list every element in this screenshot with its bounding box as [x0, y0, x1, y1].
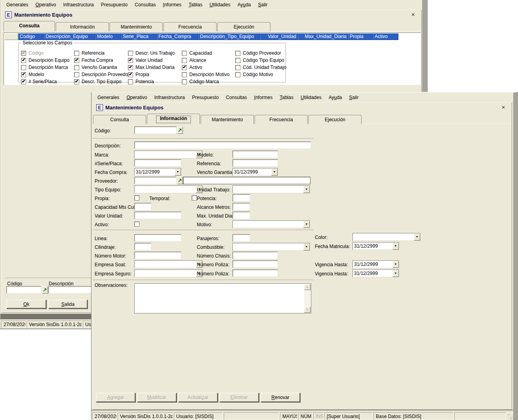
checkbox-icon[interactable]	[128, 65, 133, 70]
color-combobox[interactable]: ▼	[352, 233, 421, 241]
checkbox-icon[interactable]	[128, 79, 133, 84]
checkbox-icon[interactable]	[74, 72, 79, 77]
tab[interactable]: Mantenimiento	[201, 115, 254, 124]
tipo-equipo-combobox[interactable]: ▼	[134, 185, 203, 193]
empresa-seguro-combobox[interactable]: ▼	[134, 269, 203, 277]
grid-column-header[interactable]: Valor_Unidad	[260, 33, 298, 40]
dropdown-arrow-icon[interactable]: ▼	[414, 233, 420, 241]
checkbox-icon[interactable]	[21, 72, 26, 77]
grid-column-header[interactable]: Descripción_Tipo_Equipo	[198, 33, 260, 40]
checkbox-icon[interactable]	[235, 58, 240, 63]
menu-item[interactable]: Presupuesto	[97, 1, 131, 9]
tab[interactable]: Ejecución	[309, 115, 362, 124]
menu-item[interactable]: Ayuda	[325, 94, 346, 101]
checkbox-icon[interactable]	[235, 65, 240, 70]
checkbox-icon[interactable]	[182, 79, 187, 84]
codigo-footer-input[interactable]	[6, 286, 41, 294]
numero-chasis-input[interactable]	[232, 252, 278, 259]
checkbox-icon[interactable]	[21, 79, 26, 84]
menu-item[interactable]: Utilidades	[206, 1, 234, 9]
ok-button[interactable]: Ok	[6, 300, 46, 309]
close-icon[interactable]: ✕	[501, 105, 505, 110]
grid-column-header[interactable]: Serie_Placa	[121, 33, 157, 40]
observaciones-textarea[interactable]: ▲ ▼	[134, 283, 311, 313]
vertical-scrollbar[interactable]: ▲ ▼	[304, 284, 310, 313]
checkbox-icon[interactable]	[21, 51, 26, 56]
field-checkbox-row[interactable]: Código Tipo Equipo	[235, 57, 286, 64]
propia-checkbox[interactable]	[134, 195, 139, 200]
pasajeros-input[interactable]	[232, 234, 250, 242]
menu-item[interactable]: Informes	[160, 1, 185, 9]
menu-item[interactable]: Presupuesto	[189, 94, 222, 101]
grid-column-header[interactable]: Activo	[373, 33, 398, 40]
capacidad-input[interactable]	[134, 203, 151, 210]
field-checkbox-row[interactable]: Descripción Proveedor	[74, 71, 130, 78]
dropdown-arrow-icon[interactable]: ▼	[175, 168, 181, 176]
checkbox-icon[interactable]	[21, 65, 26, 70]
action-button[interactable]: Agregar	[96, 393, 135, 402]
field-checkbox-row[interactable]: Valor Unidad	[128, 57, 175, 64]
dropdown-arrow-icon[interactable]: ▼	[303, 186, 310, 193]
menu-item[interactable]: Consultas	[222, 94, 250, 101]
field-checkbox-row[interactable]: Referencia	[74, 50, 130, 57]
tab[interactable]: Ejecución	[217, 22, 270, 31]
field-checkbox-row[interactable]: Capacidad	[182, 50, 229, 57]
resize-grip-icon[interactable]	[508, 414, 513, 419]
fecha-compra-datepicker[interactable]: 31/12/2999▼	[134, 168, 181, 176]
menu-item[interactable]: Operativo	[123, 94, 150, 101]
salida-button[interactable]: Salida	[48, 300, 88, 309]
field-checkbox-row[interactable]: Fecha Compra	[74, 57, 130, 64]
menu-item[interactable]: Generales	[94, 94, 123, 101]
max-unidad-input[interactable]	[232, 212, 250, 219]
grid-column-header[interactable]: Codigo	[18, 33, 44, 40]
venc-garantia-datepicker[interactable]: 31/12/2999▼	[232, 168, 278, 176]
valor-unidad-input[interactable]	[134, 212, 181, 219]
potencia-input[interactable]	[232, 194, 250, 202]
field-checkbox-row[interactable]: Código	[21, 50, 69, 57]
dropdown-arrow-icon[interactable]: ▼	[303, 243, 310, 250]
proveedor-input[interactable]	[134, 177, 177, 184]
checkbox-icon[interactable]	[128, 51, 133, 56]
dropdown-arrow-icon[interactable]: ▼	[392, 261, 399, 268]
dropdown-arrow-icon[interactable]: ▼	[271, 168, 278, 176]
dropdown-arrow-icon[interactable]: ▼	[303, 221, 310, 228]
checkbox-icon[interactable]	[182, 51, 187, 56]
field-checkbox-row[interactable]: Cód. Unidad Trabajo	[235, 64, 286, 71]
grid-column-header[interactable]: Descripción_Equipo	[44, 33, 95, 40]
checkbox-icon[interactable]	[235, 72, 240, 77]
dropdown-arrow-icon[interactable]: ▼	[392, 270, 399, 277]
checkbox-icon[interactable]	[235, 51, 240, 56]
field-checkbox-row[interactable]: Descripción Equipo	[21, 57, 69, 64]
activo-checkbox[interactable]	[134, 221, 139, 227]
field-checkbox-row[interactable]: Propia	[128, 71, 175, 78]
tab[interactable]: Frecuencia	[164, 22, 217, 31]
numero-poliza-soat-input[interactable]	[232, 260, 278, 268]
grid-column-header[interactable]: Propia	[348, 33, 373, 40]
grid-column-header[interactable]: Fecha_Compra	[157, 33, 198, 40]
menu-item[interactable]: Generales	[3, 1, 32, 9]
checkbox-icon[interactable]	[128, 72, 133, 77]
menu-item[interactable]: Tablas	[185, 1, 206, 9]
field-checkbox-row[interactable]: # Serie/Placa	[21, 78, 69, 85]
field-checkbox-row[interactable]: Alcance	[182, 57, 229, 64]
grid-column-header[interactable]: Max_Unidad_Diaria	[298, 33, 348, 40]
unidad-trabajo-combobox[interactable]: ▼	[232, 185, 310, 193]
vigencia-soat-datepicker[interactable]: 31/12/2999▼	[352, 260, 399, 268]
combustible-combobox[interactable]: ▼	[232, 243, 310, 251]
menu-item[interactable]: Informes	[251, 94, 276, 101]
field-checkbox-row[interactable]: Venc/to Garantia	[74, 64, 130, 71]
modelo-input[interactable]	[232, 151, 278, 158]
tab[interactable]: Frecuencia	[255, 115, 308, 124]
close-icon[interactable]: ✕	[411, 12, 415, 17]
codigo-lookup-button[interactable]	[177, 126, 183, 134]
alcance-input[interactable]	[232, 203, 250, 210]
checkbox-icon[interactable]	[182, 65, 187, 70]
codigo-input[interactable]	[134, 126, 177, 134]
scroll-up-icon[interactable]: ▲	[304, 284, 310, 290]
field-checkbox-row[interactable]: Descr. Tipo Equipo	[74, 78, 130, 85]
tab[interactable]: Información	[147, 114, 200, 124]
dropdown-arrow-icon[interactable]: ▼	[392, 242, 399, 250]
tab[interactable]: Consulta	[93, 115, 146, 124]
action-button[interactable]: Actualizar	[178, 393, 218, 402]
field-checkbox-row[interactable]: Código Marca	[182, 78, 229, 85]
